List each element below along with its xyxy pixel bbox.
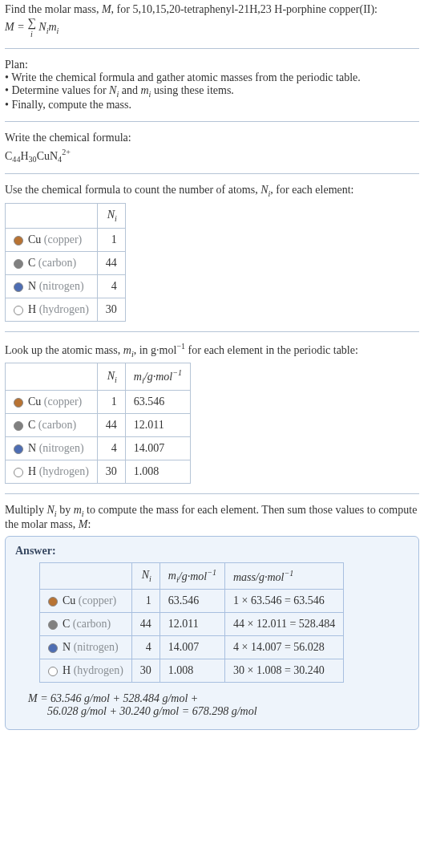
final-line2: 56.028 g/mol + 30.240 g/mol = 678.298 g/… <box>47 705 409 718</box>
mult-M: M <box>79 518 88 530</box>
mass-neg1: −1 <box>176 342 185 351</box>
el-name: (carbon) <box>73 618 111 630</box>
el-sym: Cu <box>28 233 41 245</box>
swatch-icon <box>48 643 58 653</box>
plan-b2b: and <box>119 84 140 96</box>
table-header-row: Ni <box>6 204 126 229</box>
el-sym: C <box>28 419 35 431</box>
swatch-icon <box>48 597 58 606</box>
el-name: (copper) <box>44 395 82 408</box>
final-M: M <box>28 692 38 704</box>
mult-Ni: Ni <box>47 504 57 516</box>
table-row: N (nitrogen)414.007 <box>6 436 191 460</box>
th-blank <box>40 562 132 589</box>
table-row: H (hydrogen)301.008 <box>6 460 191 483</box>
plan-head: Plan: <box>5 59 419 71</box>
th-mass: mass/g·mol−1 <box>225 562 344 589</box>
th-mi-unit: /g·mol <box>144 371 172 383</box>
el-sym: C <box>63 618 70 630</box>
eq-equals: = <box>14 21 27 33</box>
el-sym: H <box>28 465 36 477</box>
el-count: 1 <box>131 590 160 613</box>
el-name: (copper) <box>79 594 116 606</box>
el-count: 4 <box>97 436 125 460</box>
mass-table: Ni mi/g·mol−1 Cu (copper)163.546 C (carb… <box>5 363 191 483</box>
th-mass-sup: −1 <box>284 569 293 578</box>
th-Ni-i: i <box>149 574 151 583</box>
el-count: 30 <box>97 460 125 483</box>
el-mass: 14.007 <box>125 436 190 460</box>
count-intro-b: , for each element: <box>270 184 353 196</box>
th-blank <box>6 363 98 390</box>
chem-H: H <box>20 150 28 162</box>
eq-mi-i: i <box>57 26 59 35</box>
chem-C: C <box>5 150 12 162</box>
answer-table: Ni mi/g·mol−1 mass/g·mol−1 Cu (copper)16… <box>39 562 344 683</box>
table-row: Cu (copper)163.546 <box>6 390 191 413</box>
el-sym: Cu <box>28 395 41 408</box>
intro-part2: , for 5,10,15,20-tetraphenyl-21H,23 H-po… <box>111 3 378 15</box>
mass-mi: mi <box>123 344 134 356</box>
chem-C-n: 44 <box>12 155 20 164</box>
th-mi-m: m <box>168 570 176 582</box>
th-Ni-N: N <box>107 209 115 221</box>
el-mass: 12.011 <box>125 413 190 436</box>
th-mass-a: mass/g·mol <box>233 570 284 582</box>
swatch-icon <box>14 259 23 269</box>
chem-head: Write the chemical formula: <box>5 132 419 144</box>
th-mi: mi/g·mol−1 <box>160 562 224 589</box>
th-mi-sup: −1 <box>207 568 216 577</box>
table-header-row: Ni mi/g·mol−1 <box>6 363 191 390</box>
sigma-icon: ∑ <box>27 16 36 29</box>
th-mi-sup: −1 <box>172 368 182 377</box>
el-count: 44 <box>131 613 160 636</box>
final-equation: M = 63.546 g/mol + 528.484 g/mol + 56.02… <box>28 692 409 718</box>
molar-mass-equation: M = ∑ i Nimi <box>5 18 419 39</box>
table-row: C (carbon)4412.01144 × 12.011 = 528.484 <box>40 613 344 636</box>
el-mass: 14.007 <box>160 636 224 659</box>
chemical-formula: C44H30CuN42+ <box>5 148 419 164</box>
el-name: (nitrogen) <box>39 442 84 454</box>
el-count: 44 <box>97 413 125 436</box>
table-row: N (nitrogen)4 <box>6 275 126 298</box>
el-calc: 30 × 1.008 = 30.240 <box>225 659 344 683</box>
mass-intro-b: , in g·mol <box>134 344 177 356</box>
el-count: 4 <box>131 636 160 659</box>
chem-Cu: Cu <box>37 150 50 162</box>
el-mass: 1.008 <box>160 659 224 683</box>
sigma-sub: i <box>30 30 33 39</box>
divider <box>5 173 419 174</box>
el-sym: N <box>28 280 36 292</box>
el-mass: 63.546 <box>160 590 224 613</box>
intro-M: M <box>102 3 111 15</box>
final-line1: = 63.546 g/mol + 528.484 g/mol + <box>38 692 199 704</box>
eq-mi-m: m <box>48 21 56 33</box>
el-name: (hydrogen) <box>39 303 89 315</box>
multiply-text: Multiply Ni by mi to compute the mass fo… <box>5 504 419 531</box>
plan-b2a: • Determine values for <box>5 84 109 96</box>
el-name: (carbon) <box>38 419 76 431</box>
table-row: H (hydrogen)301.00830 × 1.008 = 30.240 <box>40 659 344 683</box>
el-sym: Cu <box>63 594 75 606</box>
el-calc: 1 × 63.546 = 63.546 <box>225 590 344 613</box>
mass-intro: Look up the atomic mass, mi, in g·mol−1 … <box>5 342 419 358</box>
swatch-icon <box>14 398 23 408</box>
el-name: (nitrogen) <box>39 280 84 292</box>
table-row: H (hydrogen)30 <box>6 298 126 322</box>
th-Ni-i: i <box>115 375 117 384</box>
swatch-icon <box>14 444 23 454</box>
mass-intro-c: for each element in the periodic table: <box>185 344 358 356</box>
count-intro-a: Use the chemical formula to count the nu… <box>5 184 260 196</box>
el-count: 30 <box>131 659 160 683</box>
el-mass: 1.008 <box>125 460 190 483</box>
el-sym: N <box>63 641 71 653</box>
el-sym: C <box>28 257 35 269</box>
swatch-icon <box>14 236 23 245</box>
el-mass: 63.546 <box>125 390 190 413</box>
swatch-icon <box>14 306 23 315</box>
swatch-icon <box>14 282 23 292</box>
el-calc: 44 × 12.011 = 528.484 <box>225 613 344 636</box>
el-count: 44 <box>97 252 125 275</box>
eq-M: M <box>5 21 14 33</box>
mult-d: : <box>87 518 91 530</box>
